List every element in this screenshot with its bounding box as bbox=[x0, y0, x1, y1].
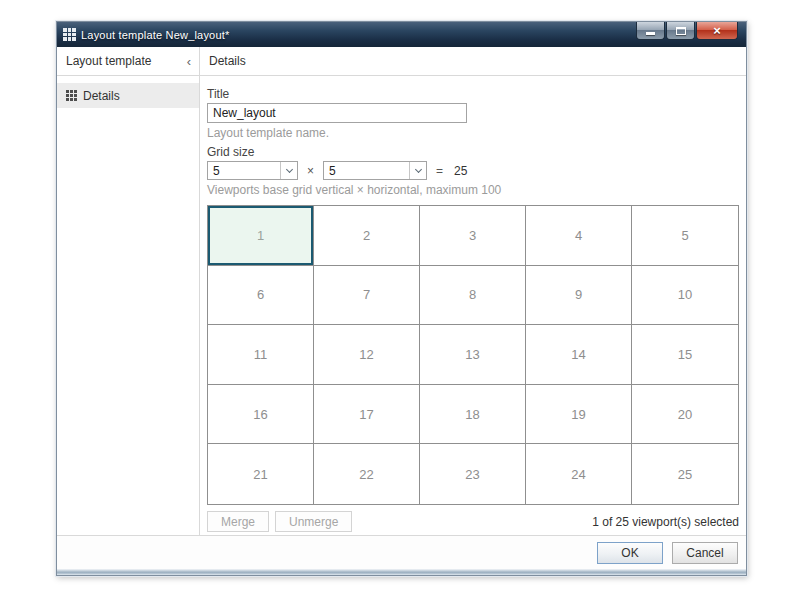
main-panel: Details Title Layout template name. Grid… bbox=[200, 47, 746, 535]
chevron-down-icon bbox=[285, 165, 292, 172]
main-body: Title Layout template name. Grid size 5 … bbox=[200, 76, 746, 535]
chevron-down-icon bbox=[414, 165, 421, 172]
title-label: Title bbox=[207, 88, 739, 101]
dialog-footer: OK Cancel bbox=[57, 535, 746, 569]
viewport-cell-17[interactable]: 17 bbox=[314, 385, 420, 445]
window-controls: × bbox=[635, 22, 738, 40]
viewport-cell-4[interactable]: 4 bbox=[526, 206, 632, 266]
grid-app-icon bbox=[63, 28, 76, 41]
viewport-cell-19[interactable]: 19 bbox=[526, 385, 632, 445]
vertical-size-dropdown-button[interactable] bbox=[280, 162, 297, 179]
close-icon: × bbox=[713, 24, 721, 37]
maximize-icon bbox=[676, 27, 686, 35]
multiply-sign: × bbox=[307, 164, 314, 178]
titlebar[interactable]: Layout template New_layout* × bbox=[57, 22, 746, 47]
viewport-cell-5[interactable]: 5 bbox=[632, 206, 738, 266]
viewport-cell-22[interactable]: 22 bbox=[314, 444, 420, 504]
viewport-cell-11[interactable]: 11 bbox=[208, 325, 314, 385]
viewport-cell-2[interactable]: 2 bbox=[314, 206, 420, 266]
cancel-button[interactable]: Cancel bbox=[672, 542, 738, 564]
page-title: Details bbox=[200, 47, 746, 76]
sidebar-title: Layout template bbox=[66, 54, 151, 68]
viewport-cell-18[interactable]: 18 bbox=[420, 385, 526, 445]
title-hint: Layout template name. bbox=[207, 126, 739, 140]
maximize-button[interactable] bbox=[666, 22, 695, 40]
minimize-icon bbox=[646, 32, 655, 35]
viewport-cell-21[interactable]: 21 bbox=[208, 444, 314, 504]
grid-actions: Merge Unmerge 1 of 25 viewport(s) select… bbox=[207, 511, 739, 532]
grid-icon bbox=[66, 90, 77, 101]
sidebar: Layout template ‹ Details bbox=[57, 47, 200, 535]
viewport-cell-12[interactable]: 12 bbox=[314, 325, 420, 385]
horizontal-size-value: 5 bbox=[324, 162, 409, 179]
sidebar-item-label: Details bbox=[83, 89, 120, 103]
collapse-sidebar-icon[interactable]: ‹ bbox=[187, 55, 191, 68]
viewport-cell-8[interactable]: 8 bbox=[420, 266, 526, 326]
viewport-cell-3[interactable]: 3 bbox=[420, 206, 526, 266]
vertical-size-combobox[interactable]: 5 bbox=[207, 161, 298, 180]
window-title: Layout template New_layout* bbox=[81, 29, 230, 41]
grid-size-hint: Viewports base grid vertical × horizonta… bbox=[207, 183, 739, 197]
viewport-cell-25[interactable]: 25 bbox=[632, 444, 738, 504]
vertical-size-value: 5 bbox=[208, 162, 280, 179]
viewport-cell-16[interactable]: 16 bbox=[208, 385, 314, 445]
equals-sign: = bbox=[436, 164, 443, 178]
grid-size-controls: 5 × 5 = 25 bbox=[207, 161, 739, 180]
horizontal-size-combobox[interactable]: 5 bbox=[323, 161, 427, 180]
viewport-cell-24[interactable]: 24 bbox=[526, 444, 632, 504]
minimize-button[interactable] bbox=[636, 22, 665, 40]
viewport-cell-13[interactable]: 13 bbox=[420, 325, 526, 385]
viewport-cell-1[interactable]: 1 bbox=[208, 206, 314, 266]
viewport-cell-10[interactable]: 10 bbox=[632, 266, 738, 326]
horizontal-size-dropdown-button[interactable] bbox=[409, 162, 426, 179]
unmerge-button[interactable]: Unmerge bbox=[275, 511, 352, 532]
ok-button[interactable]: OK bbox=[597, 542, 663, 564]
window-frame-bottom bbox=[57, 569, 746, 575]
viewport-cell-7[interactable]: 7 bbox=[314, 266, 420, 326]
total-viewports: 25 bbox=[454, 164, 467, 178]
selection-status: 1 of 25 viewport(s) selected bbox=[592, 515, 739, 529]
viewport-cell-23[interactable]: 23 bbox=[420, 444, 526, 504]
viewport-grid: 1234567891011121314151617181920212223242… bbox=[207, 205, 739, 505]
close-button[interactable]: × bbox=[696, 22, 738, 40]
viewport-cell-6[interactable]: 6 bbox=[208, 266, 314, 326]
grid-size-label: Grid size bbox=[207, 146, 739, 159]
viewport-cell-15[interactable]: 15 bbox=[632, 325, 738, 385]
viewport-cell-20[interactable]: 20 bbox=[632, 385, 738, 445]
title-input[interactable] bbox=[207, 103, 467, 123]
viewport-cell-9[interactable]: 9 bbox=[526, 266, 632, 326]
sidebar-item-details[interactable]: Details bbox=[57, 83, 199, 108]
layout-template-window: Layout template New_layout* × Layout tem… bbox=[56, 21, 747, 576]
merge-button[interactable]: Merge bbox=[207, 511, 269, 532]
window-content: Layout template ‹ Details Details Title … bbox=[57, 47, 746, 535]
viewport-cell-14[interactable]: 14 bbox=[526, 325, 632, 385]
sidebar-header: Layout template ‹ bbox=[57, 47, 199, 76]
